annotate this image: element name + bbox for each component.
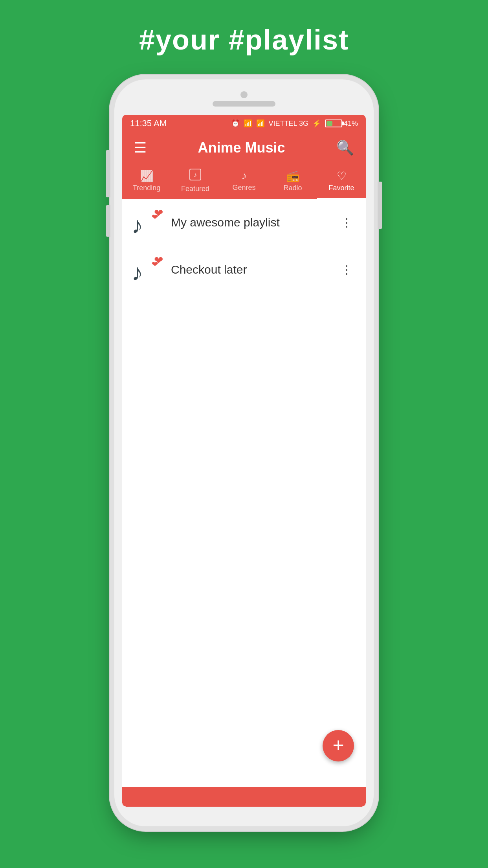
phone-top (114, 83, 374, 115)
status-time: 11:35 AM (130, 118, 167, 129)
toolbar-title: Anime Music (198, 140, 285, 156)
battery-fill (327, 121, 332, 126)
app-toolbar: ☰ Anime Music 🔍 (122, 132, 366, 164)
playlist-name-1: My awesome playlist (171, 216, 337, 229)
carrier-label: VIETTEL 3G (269, 120, 308, 128)
tab-trending-label: Trending (133, 184, 160, 192)
page-bg-title: #your #playlist (139, 24, 349, 56)
battery-percent: 41% (344, 120, 358, 128)
bottom-strip (122, 787, 366, 807)
favorite-icon: ♡ (337, 169, 347, 182)
svg-text:♪: ♪ (194, 171, 197, 179)
volume-down-button[interactable] (106, 205, 110, 237)
more-options-2[interactable]: ⋮ (337, 259, 356, 280)
phone-frame: 11:35 AM ⏰ 📶 📶 VIETTEL 3G ⚡ 41% ☰ Anime … (114, 79, 374, 826)
power-button[interactable] (378, 182, 382, 229)
tab-genres[interactable]: ♪ Genres (220, 164, 268, 199)
tab-featured-label: Featured (181, 185, 209, 193)
battery-container: 41% (325, 120, 358, 128)
playlist-icon-1: ♪ ❤ ❤ (132, 207, 163, 238)
alarm-icon: ⏰ (231, 119, 240, 128)
music-note-icon-2: ♪ (132, 259, 143, 285)
volume-up-button[interactable] (106, 166, 110, 197)
add-playlist-button[interactable]: + (323, 730, 354, 761)
search-icon[interactable]: 🔍 (336, 140, 354, 156)
playlist-item[interactable]: ♪ ❤ ❤ Checkout later ⋮ (122, 246, 366, 293)
wifi-icon: 📶 (244, 119, 252, 128)
playlist-name-2: Checkout later (171, 263, 337, 276)
tab-favorite[interactable]: ♡ Favorite (317, 164, 366, 199)
status-bar: 11:35 AM ⏰ 📶 📶 VIETTEL 3G ⚡ 41% (122, 115, 366, 132)
tab-favorite-label: Favorite (328, 184, 354, 192)
camera (240, 91, 248, 98)
playlist-icon-2: ♪ ❤ ❤ (132, 254, 163, 285)
featured-icon: ♪ (189, 169, 201, 183)
bolt-icon: ⚡ (312, 119, 321, 128)
tab-trending[interactable]: 📈 Trending (122, 164, 171, 199)
app-screen: 11:35 AM ⏰ 📶 📶 VIETTEL 3G ⚡ 41% ☰ Anime … (122, 115, 366, 807)
heart-icon-small-1: ❤ (152, 212, 158, 222)
battery-bar (325, 120, 342, 127)
more-options-1[interactable]: ⋮ (337, 211, 356, 233)
genres-icon: ♪ (241, 169, 247, 182)
speaker (213, 101, 275, 107)
radio-icon: 📻 (286, 169, 300, 182)
tab-genres-label: Genres (232, 184, 255, 192)
playlist-item[interactable]: ♪ ❤ ❤ My awesome playlist ⋮ (122, 199, 366, 246)
signal-icon: 📶 (256, 119, 265, 128)
tab-featured[interactable]: ♪ Featured (171, 164, 220, 199)
menu-icon[interactable]: ☰ (134, 140, 147, 156)
tab-bar: 📈 Trending ♪ Featured ♪ Genres 📻 (122, 164, 366, 199)
tab-radio[interactable]: 📻 Radio (268, 164, 317, 199)
tab-radio-label: Radio (283, 184, 302, 192)
heart-icon-small-2: ❤ (152, 259, 158, 269)
music-note-icon: ♪ (132, 212, 143, 238)
status-icons: ⏰ 📶 📶 VIETTEL 3G ⚡ 41% (231, 119, 358, 128)
trending-icon: 📈 (140, 169, 154, 182)
playlist-list: ♪ ❤ ❤ My awesome playlist ⋮ ♪ ❤ ❤ Checko… (122, 199, 366, 787)
